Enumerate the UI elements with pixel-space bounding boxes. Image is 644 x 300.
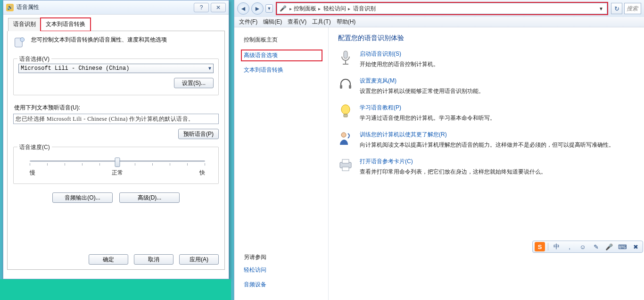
refresh-button[interactable]: ↻ — [611, 3, 622, 14]
preview-text-input[interactable]: 您已经选择 Microsoft Lili - Chinese (China) 作… — [13, 114, 219, 124]
svg-point-1 — [20, 38, 25, 42]
microphone-large-icon — [338, 50, 353, 65]
task-setup-mic-desc: 设置您的计算机以便能够正常使用语音识别功能。 — [360, 87, 484, 95]
voice-select-group: 语音选择(V) Microsoft Lili - Chinese (China)… — [13, 58, 219, 95]
svg-rect-5 — [340, 85, 342, 89]
lightbulb-icon — [338, 104, 353, 119]
svg-rect-6 — [349, 85, 351, 89]
breadcrumb-speech-recognition[interactable]: 语音识别 — [353, 5, 376, 13]
apply-button[interactable]: 应用(A) — [179, 254, 219, 265]
sidebar-advanced-speech[interactable]: 高级语音选项 — [242, 50, 322, 60]
sidebar-home[interactable]: 控制面板主页 — [244, 36, 322, 44]
intro-text: 您可控制文本到语音转换的语音属性、速度和其他选项 — [31, 36, 167, 44]
seealso-ease-of-access[interactable]: 轻松访问 — [244, 266, 322, 274]
person-speak-icon — [338, 131, 353, 146]
slider-thumb[interactable] — [115, 158, 120, 167]
task-train-link[interactable]: 训练您的计算机以使其更了解您(R) — [360, 131, 614, 139]
task-tutorial: 学习语音教程(P) 学习通过语音使用您的计算机。学习基本命令和听写。 — [338, 104, 633, 122]
speech-icon: 🔊 — [6, 4, 14, 11]
task-reference-card: 打开语音参考卡片(C) 查看并打印常用命令列表，把它们放在身边，这样您就始终知道… — [338, 158, 633, 176]
dialog-titlebar[interactable]: 🔊 语音属性 ? ✕ — [3, 0, 229, 15]
task-tutorial-desc: 学习通过语音使用您的计算机。学习基本命令和听写。 — [360, 114, 495, 122]
breadcrumb-ease-of-access[interactable]: 轻松访问▸ — [323, 5, 350, 13]
address-bar[interactable]: 🎤 ▸控制面板▸ 轻松访问▸ 语音识别 ▼ — [277, 3, 607, 14]
search-input[interactable]: 搜索 — [624, 3, 641, 14]
page-heading: 配置您的语音识别体验 — [338, 34, 633, 42]
audio-output-button[interactable]: 音频输出(O)... — [52, 192, 113, 203]
explorer-nav-bar: ◄ ► ▼ 🎤 ▸控制面板▸ 轻松访问▸ 语音识别 ▼ ↻ 搜索 — [234, 0, 644, 17]
svg-point-9 — [341, 133, 346, 137]
cancel-button[interactable]: 取消 — [134, 254, 173, 265]
voice-select-combo[interactable]: Microsoft Lili - Chinese (China) ▼ — [18, 64, 214, 73]
ime-voice-button[interactable]: 🎤 — [604, 242, 614, 251]
task-train: 训练您的计算机以使其更了解您(R) 向计算机阅读文本以提高计算机理解您的语音的能… — [338, 131, 633, 149]
printer-icon — [338, 158, 353, 173]
svg-rect-12 — [342, 167, 349, 171]
preview-voice-button[interactable]: 预听语音(P) — [178, 129, 219, 139]
breadcrumb-control-panel[interactable]: ▸控制面板▸ — [289, 5, 321, 13]
ime-toolbar[interactable]: S 中 , ☺ ✎ 🎤 ⌨ ✖ — [532, 241, 643, 253]
ime-lang-button[interactable]: 中 — [551, 242, 561, 251]
task-reference-card-link[interactable]: 打开语音参考卡片(C) — [360, 158, 546, 166]
control-panel-window: ◄ ► ▼ 🎤 ▸控制面板▸ 轻松访问▸ 语音识别 ▼ ↻ 搜索 文件(F) 编… — [234, 0, 644, 300]
seealso-audio-devices[interactable]: 音频设备 — [244, 281, 322, 289]
svg-point-7 — [341, 105, 350, 114]
seealso-title: 另请参阅 — [244, 253, 322, 261]
nav-history-dropdown[interactable]: ▼ — [265, 4, 273, 13]
svg-rect-8 — [344, 114, 347, 117]
ime-tools-button[interactable]: ✖ — [630, 242, 641, 251]
speech-properties-dialog: 🔊 语音属性 ? ✕ 语音识别 文本到语音转换 您可控制文本到语音转换的语音属性… — [3, 0, 229, 279]
sogou-ime-icon[interactable]: S — [535, 242, 545, 251]
close-button[interactable]: ✕ — [211, 3, 226, 12]
ime-punct-button[interactable]: , — [564, 242, 575, 251]
dialog-title: 语音属性 — [17, 3, 192, 11]
help-button[interactable]: ? — [194, 3, 209, 12]
advanced-button[interactable]: 高级(D)... — [119, 192, 180, 203]
tab-strip: 语音识别 文本到语音转换 — [8, 17, 225, 31]
address-dropdown[interactable]: ▼ — [597, 6, 605, 11]
nav-back-button[interactable]: ◄ — [237, 2, 249, 15]
menu-help[interactable]: 帮助(H) — [337, 18, 356, 26]
voice-select-value: Microsoft Lili - Chinese (China) — [21, 65, 129, 72]
chevron-down-icon: ▼ — [208, 66, 211, 71]
menu-view[interactable]: 查看(V) — [288, 18, 306, 26]
voice-speed-slider[interactable] — [30, 155, 205, 168]
speed-legend: 语音速度(C) — [17, 143, 52, 151]
sidebar-tts[interactable]: 文本到语音转换 — [244, 66, 322, 74]
speed-fast-label: 快 — [199, 169, 205, 177]
ok-button[interactable]: 确定 — [89, 254, 128, 265]
preview-label: 使用下列文本预听语音(U): — [14, 104, 219, 112]
tts-glyph-icon — [13, 36, 26, 50]
menu-file[interactable]: 文件(F) — [239, 18, 257, 26]
tab-speech-recognition[interactable]: 语音识别 — [8, 18, 41, 31]
task-setup-mic-link[interactable]: 设置麦克风(M) — [360, 77, 484, 85]
task-start-speech: 启动语音识别(S) 开始使用您的语音控制计算机。 — [338, 50, 633, 68]
microphone-icon: 🎤 — [279, 5, 287, 12]
sidebar: 控制面板主页 高级语音选项 文本到语音转换 另请参阅 轻松访问 音频设备 — [234, 27, 329, 300]
voice-select-legend: 语音选择(V) — [17, 55, 51, 63]
task-start-speech-link[interactable]: 启动语音识别(S) — [360, 50, 439, 58]
tab-content: 您可控制文本到语音转换的语音属性、速度和其他选项 语音选择(V) Microso… — [7, 31, 225, 270]
headset-icon — [338, 77, 353, 92]
ime-softkbd-button[interactable]: ⌨ — [617, 242, 627, 251]
menu-tools[interactable]: 工具(T) — [312, 18, 330, 26]
speed-slow-label: 慢 — [30, 169, 35, 177]
speed-normal-label: 正常 — [112, 169, 123, 177]
menu-bar: 文件(F) 编辑(E) 查看(V) 工具(T) 帮助(H) — [234, 17, 644, 27]
ime-emoji-button[interactable]: ☺ — [578, 242, 588, 251]
task-reference-card-desc: 查看并打印常用命令列表，把它们放在身边，这样您就始终知道要说什么。 — [360, 167, 546, 176]
task-start-speech-desc: 开始使用您的语音控制计算机。 — [360, 60, 439, 68]
task-setup-mic: 设置麦克风(M) 设置您的计算机以便能够正常使用语音识别功能。 — [338, 77, 633, 95]
preview-text-value: 您已经选择 Microsoft Lili - Chinese (China) 作… — [16, 115, 194, 123]
tab-text-to-speech[interactable]: 文本到语音转换 — [41, 18, 91, 31]
main-content: 配置您的语音识别体验 启动语音识别(S) 开始使用您的语音控制计算机。 设置麦克… — [329, 27, 644, 300]
speed-group: 语音速度(C) 慢 正常 快 — [13, 147, 219, 184]
ime-handwrite-button[interactable]: ✎ — [591, 242, 601, 251]
svg-rect-2 — [344, 51, 347, 58]
svg-rect-11 — [342, 159, 349, 163]
task-train-desc: 向计算机阅读文本以提高计算机理解您的语音的能力。这样做并不是必须的，但可以提高听… — [360, 141, 614, 149]
task-tutorial-link[interactable]: 学习语音教程(P) — [360, 104, 495, 112]
voice-settings-button[interactable]: 设置(S)... — [174, 78, 214, 88]
nav-forward-button[interactable]: ► — [251, 2, 264, 15]
menu-edit[interactable]: 编辑(E) — [263, 18, 282, 26]
